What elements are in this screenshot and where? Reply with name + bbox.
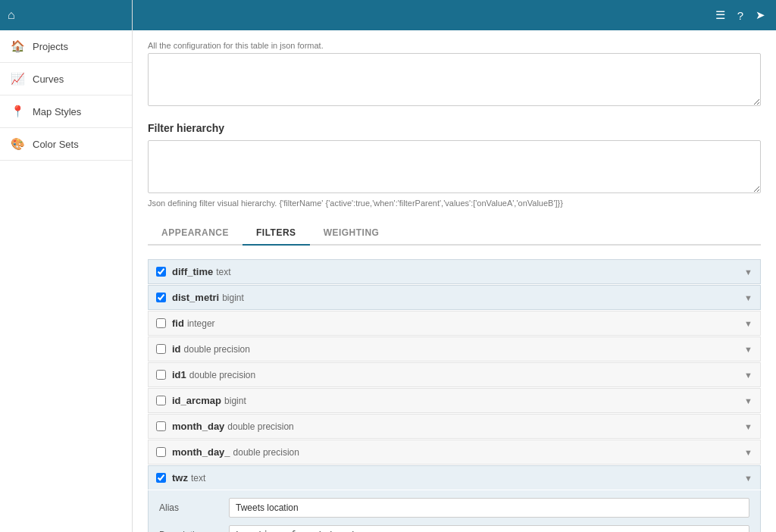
sidebar-item-color-sets[interactable]: 🎨 Color Sets [0, 128, 132, 161]
sidebar-item-label: Projects [33, 41, 68, 52]
filter-name-diff-time: diff_time [172, 266, 213, 277]
sidebar-item-projects[interactable]: 🏠 Projects [0, 30, 132, 63]
filter-type-month-day: double precision [227, 421, 293, 432]
tabs: APPEARANCE FILTERS WEIGHTING [148, 221, 761, 246]
curves-icon: 📈 [11, 72, 25, 86]
tab-filters[interactable]: FILTERS [242, 221, 310, 246]
filter-type-month-day-under: double precision [233, 447, 299, 458]
sidebar-item-label: Color Sets [33, 139, 79, 150]
filter-name-twz: twz [172, 472, 188, 483]
json-config-textarea[interactable] [148, 53, 761, 106]
filter-name-fid: fid [172, 318, 184, 329]
sidebar-item-curves[interactable]: 📈 Curves [0, 63, 132, 95]
alias-row: Alias [159, 498, 749, 518]
filter-checkbox-month-day[interactable] [156, 421, 166, 431]
filter-type-fid: integer [187, 318, 215, 329]
sidebar-item-map-styles[interactable]: 📍 Map Styles [0, 95, 132, 128]
sidebar-item-label: Curves [33, 74, 64, 85]
filter-checkbox-id-arcmap[interactable] [156, 396, 166, 405]
alias-label: Alias [159, 498, 220, 513]
filter-row-month-day-under[interactable]: month_day_ double precision ▼ [148, 440, 761, 465]
sidebar-item-label: Map Styles [33, 106, 81, 117]
filter-type-twz: text [191, 473, 205, 483]
filter-row-id1[interactable]: id1 double precision ▼ [148, 362, 761, 387]
filter-detail-twz: Alias Description Appears in [148, 490, 761, 532]
description-row: Description [159, 525, 749, 532]
filter-row-dist-metri[interactable]: dist_metri bigint ▼ [148, 285, 761, 310]
alias-input[interactable] [229, 498, 749, 518]
json-hint-above: All the configuration for this table in … [148, 41, 761, 50]
help-icon[interactable]: ? [737, 9, 743, 22]
chevron-down-icon: ▼ [744, 474, 753, 483]
filter-type-id-arcmap: bigint [224, 396, 246, 406]
filter-checkbox-month-day-under[interactable] [156, 447, 166, 457]
chevron-down-icon: ▼ [744, 293, 753, 302]
description-label: Description [159, 525, 220, 532]
filter-checkbox-dist-metri[interactable] [156, 293, 166, 302]
filter-name-id1: id1 [172, 369, 186, 380]
chevron-down-icon: ▼ [744, 268, 753, 277]
map-icon: 📍 [11, 105, 25, 118]
filter-list: diff_time text ▼ dist_metri bigint ▼ fid… [148, 259, 761, 532]
sidebar: ⌂ 🏠 Projects 📈 Curves 📍 Map Styles 🎨 Col… [0, 0, 133, 532]
filter-hierarchy-title: Filter hierarchy [148, 122, 761, 134]
chevron-down-icon: ▼ [744, 319, 753, 328]
menu-icon[interactable]: ☰ [715, 8, 725, 22]
filter-name-month-day-under: month_day_ [172, 446, 230, 458]
filter-row-month-day[interactable]: month_day double precision ▼ [148, 414, 761, 439]
color-sets-icon: 🎨 [11, 137, 25, 151]
filter-row-diff-time[interactable]: diff_time text ▼ [148, 259, 761, 284]
description-textarea[interactable] [229, 525, 749, 532]
chevron-down-icon: ▼ [744, 448, 753, 457]
topbar: ☰ ? ➤ [133, 0, 776, 30]
chevron-down-icon: ▼ [744, 422, 753, 431]
arrow-right-icon[interactable]: ➤ [756, 8, 765, 22]
filter-row-fid[interactable]: fid integer ▼ [148, 311, 761, 336]
filter-checkbox-twz[interactable] [156, 473, 166, 483]
filter-type-id1: double precision [189, 370, 255, 380]
json-hint-below: Json defining filter visual hierarchy. {… [148, 199, 761, 208]
filter-name-month-day: month_day [172, 421, 224, 432]
chevron-down-icon: ▼ [744, 371, 753, 380]
filter-row-id-arcmap[interactable]: id_arcmap bigint ▼ [148, 388, 761, 413]
filter-checkbox-diff-time[interactable] [156, 267, 166, 277]
filter-row-id[interactable]: id double precision ▼ [148, 336, 761, 361]
filter-checkbox-fid[interactable] [156, 318, 166, 328]
filter-checkbox-id1[interactable] [156, 370, 166, 380]
filter-row-twz[interactable]: twz text ▼ [148, 465, 761, 490]
filter-type-diff-time: text [216, 267, 230, 277]
filter-name-id-arcmap: id_arcmap [172, 395, 221, 406]
tab-appearance[interactable]: APPEARANCE [148, 221, 242, 246]
filter-name-dist-metri: dist_metri [172, 292, 219, 303]
content-area: All the configuration for this table in … [133, 30, 776, 532]
tab-weighting[interactable]: WEIGHTING [310, 221, 393, 246]
filter-name-id: id [172, 343, 181, 355]
sidebar-header: ⌂ [0, 0, 132, 30]
chevron-down-icon: ▼ [744, 396, 753, 405]
home-icon[interactable]: ⌂ [8, 8, 15, 22]
filter-checkbox-id[interactable] [156, 344, 166, 354]
chevron-down-icon: ▼ [744, 345, 753, 354]
filter-type-id: double precision [184, 344, 250, 355]
filter-hierarchy-textarea[interactable] [148, 140, 761, 193]
projects-icon: 🏠 [11, 39, 25, 53]
main-content: ☰ ? ➤ All the configuration for this tab… [133, 0, 776, 532]
filter-type-dist-metri: bigint [222, 293, 244, 303]
